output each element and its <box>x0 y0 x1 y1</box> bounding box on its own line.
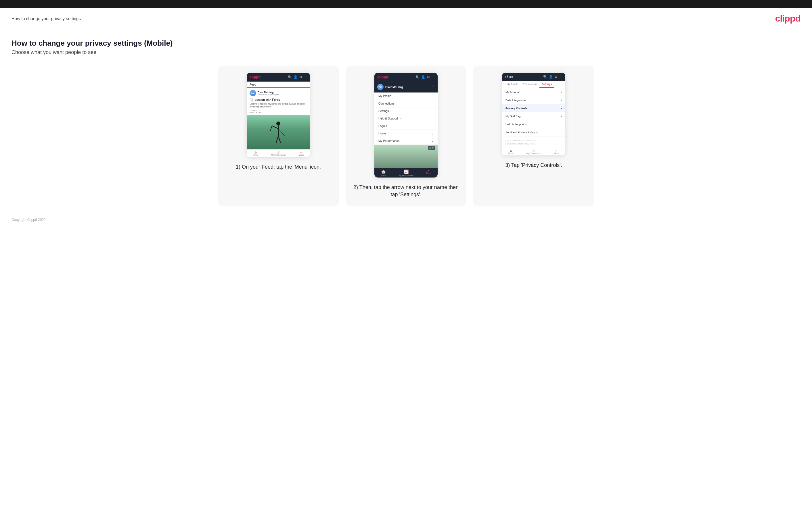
svg-line-2 <box>272 126 278 129</box>
golfer-silhouette <box>270 120 287 149</box>
back-button[interactable]: ‹ Back <box>505 75 513 78</box>
person-icon[interactable]: 👤 <box>421 75 425 79</box>
step-1-card: clippd 🔍 👤 ⚙ ⋮ Feed BM Blair McHar <box>218 66 339 206</box>
phone3-bottom-nav: 🏠 Home 📈 My Performance ☰ Menu <box>502 148 565 155</box>
chevron-down-icon-2: ⌄ <box>431 139 434 143</box>
phone1-icon-group: 🔍 👤 ⚙ ⋮ <box>288 75 307 79</box>
phone3-tabs: My Profile Connections Settings <box>502 81 565 88</box>
phone3-icon-group: 🔍 👤 ⚙ ⋮ <box>543 75 562 79</box>
settings-label-dataintegrations: Data Integrations <box>506 99 526 102</box>
phone2-navbar: clippd 🔍 👤 ⚙ ⋮ <box>374 73 438 81</box>
phone2-username: Blair McHarg <box>385 86 403 89</box>
external-link-icon: ↗ <box>400 117 402 120</box>
section-home[interactable]: Home ⌄ <box>374 130 438 137</box>
phone2-nav-performance[interactable]: 📈 My Performance <box>399 169 413 176</box>
page-heading: How to change your privacy settings (Mob… <box>11 39 801 48</box>
step-1-caption: 1) On your Feed, tap the 'Menu' icon. <box>236 163 321 171</box>
phone1-nav-home[interactable]: 🏠 Home <box>253 151 258 156</box>
phone-mockup-3: ‹ Back 🔍 👤 ⚙ ⋮ My Profile Connections Se… <box>502 73 565 155</box>
section-performance-label: My Performance <box>378 139 399 143</box>
chevron-right-icon-2: › <box>561 99 562 102</box>
page-footer: Copyright Clippd 2022 <box>0 212 812 230</box>
phone1-navbar: clippd 🔍 👤 ⚙ ⋮ <box>247 73 310 81</box>
phone3-nav-home[interactable]: 🏠 Home <box>508 150 514 154</box>
section-home-label: Home <box>378 132 386 135</box>
feed-post: BM Blair McHarg Yesterday · Sunningdale … <box>247 88 310 113</box>
phone-mockup-2: clippd 🔍 👤 ⚙ ⋮ BM Blair McHarg ⌃ <box>374 73 438 177</box>
tab-myprofile[interactable]: My Profile <box>504 81 520 88</box>
tab-settings[interactable]: Settings <box>540 81 554 88</box>
phone3-navbar: ‹ Back 🔍 👤 ⚙ ⋮ <box>502 73 565 81</box>
feed-tab: Feed <box>247 81 310 88</box>
phone2-nav-home[interactable]: 🏠 Home <box>381 169 386 176</box>
search-icon[interactable]: 🔍 <box>415 75 419 79</box>
settings-icon[interactable]: ⚙ <box>427 75 430 79</box>
menu-icon[interactable]: ⋮ <box>304 75 307 79</box>
person-icon[interactable]: 👤 <box>549 75 553 79</box>
search-icon[interactable]: 🔍 <box>288 75 292 79</box>
settings-label-helpsupport: Help & Support ↗ <box>506 123 527 126</box>
client-version: Clippd Client Version: 2022.8.3-3 <box>506 139 562 143</box>
step-3-caption: 3) Tap 'Privacy Controls'. <box>505 162 562 169</box>
settings-item-privacycontrols[interactable]: Privacy Controls › <box>502 104 565 112</box>
copyright-text: Copyright Clippd 2022 <box>11 218 46 222</box>
search-icon[interactable]: 🔍 <box>543 75 547 79</box>
user-avatar: BM <box>250 90 256 96</box>
settings-item-myaccount[interactable]: My Account › <box>502 88 565 96</box>
chevron-down-icon: ⌄ <box>431 132 434 135</box>
menu-item-settings[interactable]: Settings <box>374 107 438 115</box>
step-2-card: clippd 🔍 👤 ⚙ ⋮ BM Blair McHarg ⌃ <box>346 66 466 206</box>
main-content: How to change your privacy settings (Mob… <box>0 27 812 212</box>
phone2-user-left: BM Blair McHarg <box>377 84 403 90</box>
settings-item-privacypolicy[interactable]: Service & Privacy Policy ↗ <box>502 128 565 136</box>
phone2-bottom-nav: 🏠 Home 📈 My Performance ✕ Menu <box>374 168 438 177</box>
phone2-icon-group: 🔍 👤 ⚙ ⋮ <box>415 75 435 79</box>
chevron-up-icon: ⌃ <box>432 85 435 89</box>
settings-icon[interactable]: ⚙ <box>555 75 558 79</box>
menu-item-logout[interactable]: Logout <box>374 122 438 130</box>
chevron-right-icon-4: › <box>561 115 562 118</box>
phone2-logo: clippd <box>377 75 388 79</box>
page-subheading: Choose what you want people to see <box>11 49 801 55</box>
menu-icon[interactable]: ⋮ <box>559 75 562 79</box>
phone1-nav-performance[interactable]: 📈 My Performance <box>271 151 286 156</box>
menu-item-myprofile[interactable]: My Profile <box>374 93 438 100</box>
svg-point-0 <box>276 121 281 125</box>
svg-line-3 <box>270 126 272 131</box>
header: How to change your privacy settings clip… <box>0 8 812 27</box>
settings-item-dataintegrations[interactable]: Data Integrations › <box>502 96 565 104</box>
header-title: How to change your privacy settings <box>11 16 81 21</box>
post-username: Blair McHarg <box>258 91 280 94</box>
top-bar <box>0 0 812 8</box>
section-performance[interactable]: My Performance ⌄ <box>374 137 438 145</box>
user-row: BM Blair McHarg Yesterday · Sunningdale <box>250 90 307 96</box>
lesson-icon: 📋 <box>250 98 254 102</box>
phone2-user-row[interactable]: BM Blair McHarg ⌃ <box>374 81 438 93</box>
settings-item-helpsupport[interactable]: Help & Support ↗ <box>502 120 565 128</box>
chevron-right-icon-3: › <box>561 107 562 110</box>
tab-connections[interactable]: Connections <box>520 81 540 88</box>
svg-line-4 <box>276 136 278 143</box>
background-blur: APP <box>374 145 438 168</box>
menu-item-connections[interactable]: Connections <box>374 100 438 107</box>
menu-item-help[interactable]: Help & Support ↗ <box>374 115 438 122</box>
phone1-nav-menu[interactable]: ☰ Menu <box>299 151 304 156</box>
phone3-footer: Clippd Client Version: 2022.8.3-3 GQL Se… <box>502 136 565 148</box>
golf-image <box>247 115 310 149</box>
phone2-nav-close[interactable]: ✕ Menu <box>426 169 431 176</box>
server-version: GQL Server Version: 2022.7.30-1 <box>506 143 562 146</box>
svg-line-5 <box>278 136 281 143</box>
settings-label-privacypolicy: Service & Privacy Policy ↗ <box>506 131 538 134</box>
settings-icon[interactable]: ⚙ <box>299 75 302 79</box>
menu-icon[interactable]: ⋮ <box>432 75 435 79</box>
settings-label-privacycontrols: Privacy Controls <box>506 107 527 110</box>
phone3-nav-performance[interactable]: 📈 My Performance <box>526 150 541 154</box>
phone3-nav-menu[interactable]: ☰ Menu <box>554 150 559 154</box>
steps-row: clippd 🔍 👤 ⚙ ⋮ Feed BM Blair McHar <box>11 66 801 206</box>
svg-line-6 <box>278 129 285 136</box>
person-icon[interactable]: 👤 <box>294 75 298 79</box>
settings-label-mygolfbag: My Golf Bag <box>506 115 520 118</box>
post-date: Yesterday · Sunningdale <box>258 94 280 96</box>
settings-item-mygolfbag[interactable]: My Golf Bag › <box>502 112 565 120</box>
step-3-card: ‹ Back 🔍 👤 ⚙ ⋮ My Profile Connections Se… <box>473 66 594 206</box>
